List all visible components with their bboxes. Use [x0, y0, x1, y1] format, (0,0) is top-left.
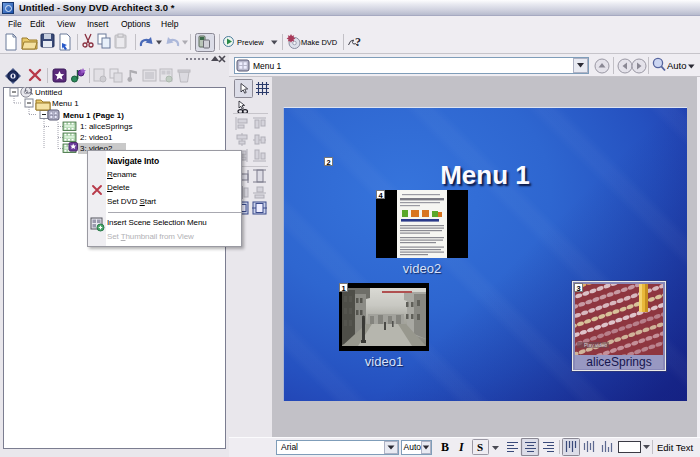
svg-text:Preview: Preview	[237, 38, 264, 47]
svg-text:I: I	[458, 440, 465, 454]
svg-text:?: ?	[355, 35, 361, 49]
svg-text:S: S	[477, 441, 483, 453]
svg-text:Edit Text: Edit Text	[657, 442, 694, 453]
svg-text:Untitled: Untitled	[35, 88, 62, 97]
svg-text:Arial: Arial	[281, 442, 298, 452]
svg-text:Menu 1: Menu 1	[52, 99, 79, 108]
svg-text:Make DVD: Make DVD	[301, 38, 338, 47]
svg-text:Auto: Auto	[667, 60, 687, 71]
svg-text:Menu 1 (Page 1): Menu 1 (Page 1)	[63, 111, 124, 120]
svg-text:1: aliceSprings: 1: aliceSprings	[80, 122, 132, 131]
svg-text:Auto: Auto	[404, 442, 422, 452]
svg-text:Menu 1: Menu 1	[253, 61, 282, 71]
svg-text:2: video1: 2: video1	[80, 133, 113, 142]
svg-text:B: B	[441, 440, 449, 454]
svg-text:Play video: Play video	[584, 342, 607, 348]
